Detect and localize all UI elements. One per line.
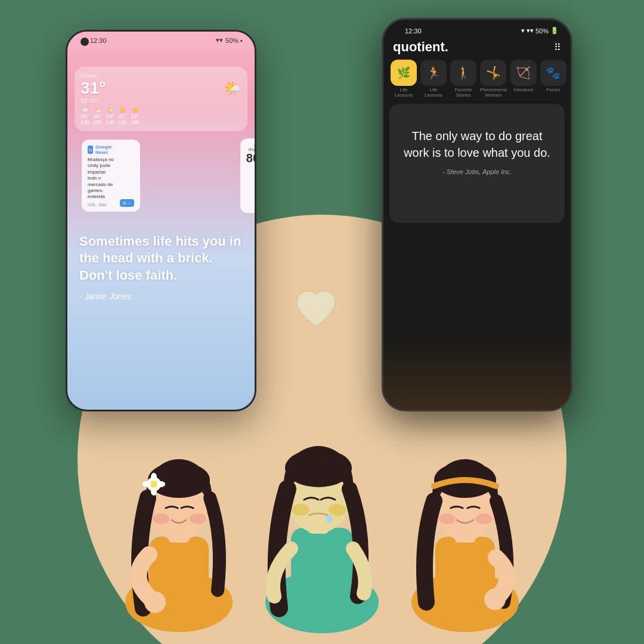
weather-forecast: ☁️26°13h ⛅26°12h 🌤️24°14h ☀️22°16h ☀️22°… <box>80 107 242 125</box>
dark-content-area: The only way to do great work is to love… <box>389 104 565 223</box>
quote-author-right: - Steve Jobs, Apple Inc. <box>404 168 550 175</box>
svg-point-35 <box>484 589 506 610</box>
battery-icon: 🔋 <box>550 27 559 35</box>
weather-temp: 31° <box>80 79 106 98</box>
quote-area-left: Sometimes life hits you in the head with… <box>67 221 255 313</box>
tab-life-lessons[interactable]: 🌿 Life Lessons <box>391 60 417 98</box>
tab-introduce[interactable]: 🏹 Introduce <box>510 60 537 98</box>
heart-icon <box>292 286 340 334</box>
news-time: IGN · 30m <box>88 203 115 207</box>
quote-text-right: The only way to do great work is to love… <box>404 128 550 161</box>
camera-dot <box>395 28 401 34</box>
svg-point-10 <box>150 481 157 488</box>
news-source: Google News <box>95 144 115 155</box>
svg-point-33 <box>439 513 456 524</box>
tab-icon-run: 🏃 <box>420 60 447 86</box>
status-left-group: 12:30 <box>395 27 422 35</box>
status-icons-left: ▾▾ 50% ▪ <box>216 36 243 44</box>
tab-icon-forum: 🐾 <box>540 60 566 86</box>
svg-point-11 <box>143 481 151 487</box>
character-center <box>265 446 379 633</box>
device-label: Meu dispositivo <box>246 143 256 151</box>
tab-label-run: Life Lessons <box>420 87 447 98</box>
quote-area-right: The only way to do great work is to love… <box>389 104 565 199</box>
character-left <box>125 459 233 632</box>
device-widget: Meu dispositivo 80% <box>240 138 256 213</box>
camera-notch-left <box>80 38 89 46</box>
app-title: quotient. <box>393 39 448 55</box>
signal-icon-right: ▾▾ <box>527 27 534 35</box>
weather-range: 33° 21° <box>80 98 106 104</box>
time-left: 12:30 <box>90 37 107 44</box>
forecast-3: 🌤️24°14h <box>106 107 114 125</box>
tab-run[interactable]: 🏃 Life Lessons <box>420 60 447 98</box>
tab-phenomenal[interactable]: 🤸 Phenomenal Women <box>480 60 507 98</box>
tab-forum[interactable]: 🐾 Forum <box>540 60 566 98</box>
tab-label-fav: Favorite Stories <box>450 87 476 98</box>
tab-label-forum: Forum <box>546 87 560 92</box>
tab-icon-intro: 🏹 <box>510 60 537 86</box>
tab-icon-phen: 🤸 <box>480 60 506 86</box>
svg-rect-17 <box>291 528 353 611</box>
battery-left: 50% ▪ <box>225 37 243 44</box>
phone-right: 12:30 ▾ ▾▾ 50% 🔋 quotient. ⠿ 🌿 Life Less… <box>382 18 572 411</box>
weather-location: Chuvo... <box>80 73 106 79</box>
quote-author-left: - Jamie Jones <box>79 292 243 301</box>
news-headline: Mudança no Unity pode impactar todo o me… <box>88 157 115 200</box>
quote-text-left: Sometimes life hits you in the head with… <box>79 233 243 284</box>
svg-point-23 <box>292 504 309 516</box>
tab-icon-fav: 🚶 <box>450 60 476 86</box>
status-bar-right: 12:30 ▾ ▾▾ 50% 🔋 <box>383 20 571 37</box>
news-widget: G Google News Mudança no Unity pode impa… <box>82 140 140 212</box>
svg-point-7 <box>153 513 169 524</box>
svg-point-8 <box>190 513 206 524</box>
tab-label-phen: Phenomenal Women <box>480 87 507 98</box>
tab-favorite[interactable]: 🚶 Favorite Stories <box>450 60 476 98</box>
app-header: quotient. ⠿ <box>383 37 571 60</box>
forecast-2: ⛅26°12h <box>93 107 102 125</box>
grid-menu-icon[interactable]: ⠿ <box>554 42 561 53</box>
news-go-button[interactable]: G→ <box>120 199 134 207</box>
category-tabs: 🌿 Life Lessons 🏃 Life Lessons 🚶 Favorite… <box>383 60 571 104</box>
battery-right: 50% <box>535 27 549 35</box>
phone-left: 12:30 ▾▾ 50% ▪ Chuvo... 31° 33° 21° 🌤️ ☁… <box>66 30 256 411</box>
svg-point-12 <box>157 481 165 487</box>
weather-icon: 🌤️ <box>224 80 242 97</box>
svg-point-34 <box>476 513 493 524</box>
news-logo: G <box>88 145 93 154</box>
svg-point-13 <box>151 473 157 481</box>
tab-label-life: Life Lessons <box>391 87 417 98</box>
forecast-5: ☀️22°18h <box>131 107 140 125</box>
device-percent: 80% <box>246 151 256 165</box>
wifi-icon: ▾ <box>521 27 525 35</box>
tab-icon-life: 🌿 <box>391 60 417 86</box>
svg-point-14 <box>151 487 157 496</box>
svg-point-22 <box>285 449 352 487</box>
status-icons-right: ▾ ▾▾ 50% 🔋 <box>521 27 559 35</box>
character-right <box>411 459 519 632</box>
svg-point-24 <box>329 504 346 516</box>
tab-label-intro: Introduce <box>513 87 533 92</box>
signal-icon: ▾▾ <box>216 36 223 44</box>
forecast-4: ☀️22°16h <box>118 107 127 125</box>
illustration <box>83 358 561 644</box>
time-right: 12:30 <box>405 27 422 35</box>
status-bar-left: 12:30 ▾▾ 50% ▪ <box>67 32 255 49</box>
svg-point-15 <box>144 592 166 613</box>
weather-widget: Chuvo... 31° 33° 21° 🌤️ ☁️26°13h ⛅26°12h… <box>75 67 247 131</box>
forecast-1: ☁️26°13h <box>80 107 89 125</box>
